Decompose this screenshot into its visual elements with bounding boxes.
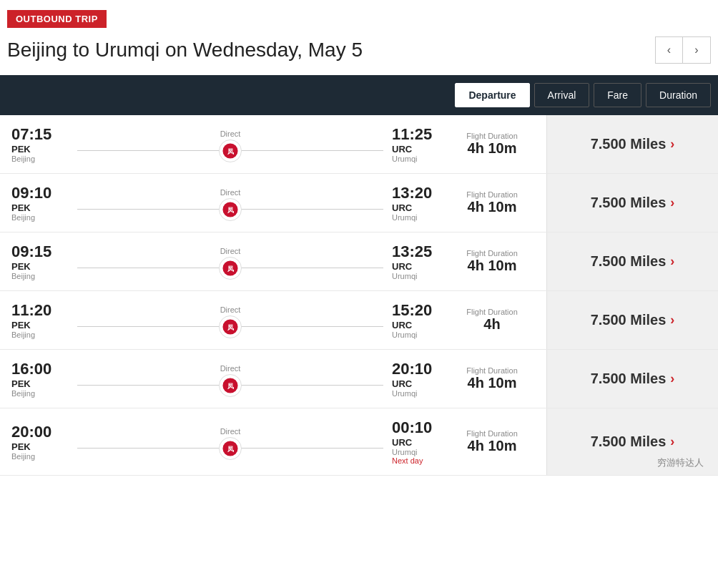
route-line-left [77, 150, 230, 151]
route-line-wrap: 凤 [77, 260, 383, 277]
route-line-right [230, 448, 383, 449]
sort-departure-button[interactable]: Departure [455, 83, 529, 107]
flight-price-cell[interactable]: 7.500 Miles › [546, 232, 718, 290]
arrive-time: 15:20 [392, 301, 449, 320]
flight-price-cell[interactable]: 7.500 Miles › 穷游特达人 [546, 408, 718, 475]
svg-text:凤: 凤 [227, 382, 234, 389]
route-line-right [230, 385, 383, 386]
duration-time: 4h 10m [456, 258, 528, 274]
arrive-time: 13:20 [392, 184, 449, 202]
flight-row: 09:10 PEK Beijing Direct 凤 13:20 URC Uru… [0, 174, 718, 232]
route-label: Direct [220, 427, 241, 436]
duration-time: 4h 10m [456, 140, 528, 157]
depart-time: 16:00 [11, 360, 69, 378]
depart-city: Beijing [11, 452, 69, 461]
depart-city: Beijing [11, 213, 69, 222]
flight-route: Direct 凤 [69, 305, 392, 335]
airline-logo: 凤 [219, 198, 242, 221]
flight-arrive: 20:10 URC Urumqi [392, 360, 449, 398]
airline-logo: 凤 [219, 257, 242, 280]
duration-time: 4h 10m [456, 438, 528, 454]
duration-label: Flight Duration [456, 366, 528, 375]
flight-row: 20:00 PEK Beijing Direct 凤 00:10 URC Uru… [0, 408, 718, 476]
flight-main: 09:10 PEK Beijing Direct 凤 13:20 URC Uru… [0, 174, 546, 232]
arrive-city: Urumqi [392, 389, 449, 398]
depart-code: PEK [11, 441, 69, 452]
route-line-right [230, 268, 383, 268]
flight-main: 20:00 PEK Beijing Direct 凤 00:10 URC Uru… [0, 408, 546, 475]
arrive-city: Urumqi [392, 155, 449, 163]
next-day-label: Next day [392, 456, 449, 465]
date-nav: ‹ › [655, 36, 711, 64]
route-label: Direct [220, 188, 241, 197]
price-text: 7.500 Miles [591, 312, 667, 328]
flight-price-cell[interactable]: 7.500 Miles › [546, 115, 718, 173]
flight-main: 11:20 PEK Beijing Direct 凤 15:20 URC Uru… [0, 291, 546, 349]
price-chevron-icon: › [670, 195, 674, 210]
flight-arrive: 13:25 URC Urumqi [392, 242, 449, 280]
depart-city: Beijing [11, 272, 69, 280]
flight-duration: Flight Duration 4h 10m [449, 366, 535, 391]
flight-row: 09:15 PEK Beijing Direct 凤 13:25 URC Uru… [0, 232, 718, 291]
flight-duration: Flight Duration 4h 10m [449, 190, 535, 215]
depart-code: PEK [11, 378, 69, 389]
flight-row: 16:00 PEK Beijing Direct 凤 20:10 URC Uru… [0, 350, 718, 408]
price-chevron-icon: › [670, 313, 674, 328]
route-line-left [77, 326, 230, 327]
flight-row: 11:20 PEK Beijing Direct 凤 15:20 URC Uru… [0, 291, 718, 350]
prev-date-button[interactable]: ‹ [656, 37, 683, 63]
flight-price-cell[interactable]: 7.500 Miles › [546, 350, 718, 408]
route-line-wrap: 凤 [77, 377, 383, 394]
arrive-code: URC [392, 261, 449, 272]
arrive-code: URC [392, 437, 449, 448]
route-label: Direct [220, 247, 241, 255]
arrive-time: 00:10 [392, 418, 449, 437]
flight-depart: 09:10 PEK Beijing [11, 184, 69, 222]
next-date-button[interactable]: › [683, 37, 710, 63]
route-line-right [230, 150, 383, 151]
duration-label: Flight Duration [456, 249, 528, 258]
depart-code: PEK [11, 202, 69, 213]
price-text: 7.500 Miles [591, 371, 667, 387]
flight-arrive: 00:10 URC Urumqi Next day [392, 418, 449, 465]
route-line-left [77, 209, 230, 210]
route-line-left [77, 385, 230, 386]
svg-text:凤: 凤 [227, 206, 234, 213]
depart-city: Beijing [11, 155, 69, 163]
flight-arrive: 15:20 URC Urumqi [392, 301, 449, 339]
arrive-time: 13:25 [392, 242, 449, 261]
flight-arrive: 11:25 URC Urumqi [392, 125, 449, 163]
sort-duration-button[interactable]: Duration [646, 83, 711, 107]
arrive-code: URC [392, 202, 449, 213]
flight-row: 07:15 PEK Beijing Direct 凤 11:25 URC Uru… [0, 115, 718, 174]
duration-label: Flight Duration [456, 190, 528, 199]
flight-price-cell[interactable]: 7.500 Miles › [546, 174, 718, 232]
flight-duration: Flight Duration 4h 10m [449, 132, 535, 157]
route-line-right [230, 326, 383, 327]
route-line-right [230, 209, 383, 210]
duration-time: 4h 10m [456, 375, 528, 391]
depart-time: 07:15 [11, 125, 69, 144]
route-line-wrap: 凤 [77, 142, 383, 160]
flight-main: 16:00 PEK Beijing Direct 凤 20:10 URC Uru… [0, 350, 546, 408]
depart-city: Beijing [11, 389, 69, 398]
price-chevron-icon: › [670, 254, 674, 269]
depart-code: PEK [11, 144, 69, 155]
flight-depart: 09:15 PEK Beijing [11, 242, 69, 280]
flight-main: 09:15 PEK Beijing Direct 凤 13:25 URC Uru… [0, 232, 546, 290]
price-text: 7.500 Miles [591, 136, 667, 152]
arrive-time: 11:25 [392, 125, 449, 144]
route-line-left [77, 268, 230, 268]
route-line-wrap: 凤 [77, 440, 383, 457]
arrive-city: Urumqi [392, 272, 449, 280]
svg-text:凤: 凤 [227, 265, 234, 272]
sort-arrival-button[interactable]: Arrival [534, 83, 590, 107]
depart-code: PEK [11, 261, 69, 272]
depart-time: 20:00 [11, 423, 69, 441]
arrive-code: URC [392, 378, 449, 389]
flight-price-cell[interactable]: 7.500 Miles › [546, 291, 718, 349]
flight-depart: 07:15 PEK Beijing [11, 125, 69, 163]
arrive-code: URC [392, 144, 449, 155]
flight-depart: 20:00 PEK Beijing [11, 423, 69, 461]
sort-fare-button[interactable]: Fare [594, 83, 641, 107]
